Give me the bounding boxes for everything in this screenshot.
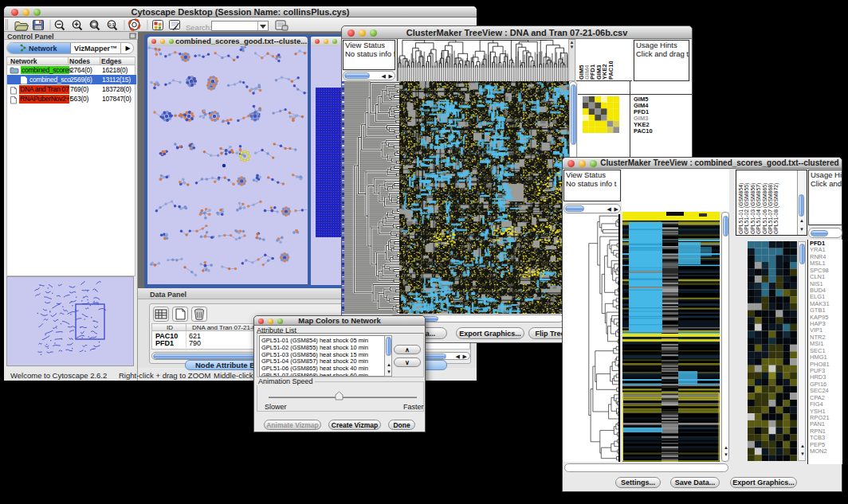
- svg-text:1:1: 1:1: [108, 22, 114, 27]
- svg-text:PAC10: PAC10: [607, 61, 614, 80]
- svg-text:GPL51-08 (GSM872): GPL51-08 (GSM872): [773, 183, 779, 234]
